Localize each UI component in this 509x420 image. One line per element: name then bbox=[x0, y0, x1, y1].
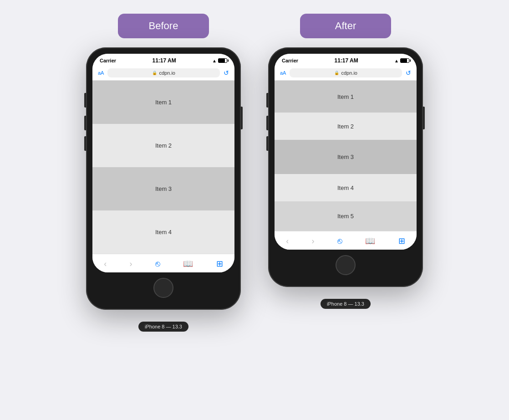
before-url-field[interactable]: 🔒 cdpn.io bbox=[107, 68, 220, 77]
after-status-right: ▲ bbox=[394, 58, 409, 63]
after-lock-icon: 🔒 bbox=[334, 71, 339, 75]
after-item-2: Item 2 bbox=[275, 113, 417, 140]
after-forward-button[interactable]: › bbox=[312, 236, 315, 246]
after-url: cdpn.io bbox=[341, 70, 357, 76]
after-bookmarks-button[interactable]: 📖 bbox=[365, 236, 375, 246]
before-bookmarks-button[interactable]: 📖 bbox=[183, 259, 193, 269]
vol-down-button bbox=[84, 136, 86, 151]
after-column: After Carrier 11:17 AM ▲ bbox=[268, 14, 423, 309]
after-back-button[interactable]: ‹ bbox=[286, 236, 289, 246]
after-home-button-area bbox=[275, 250, 417, 281]
before-item-2: Item 2 bbox=[92, 124, 234, 167]
before-home-button[interactable] bbox=[153, 278, 173, 298]
before-item-4: Item 4 bbox=[92, 210, 234, 254]
after-vol-up-button bbox=[266, 116, 268, 130]
after-content-area: Item 1 Item 2 Item 3 Item 4 Item 5 bbox=[275, 81, 417, 231]
after-iphone-frame: Carrier 11:17 AM ▲ aA 🔒 cdpn.io bbox=[268, 47, 423, 287]
after-tabs-button[interactable]: ⊞ bbox=[398, 236, 405, 246]
before-item-3: Item 3 bbox=[92, 167, 234, 210]
before-iphone-frame: Carrier 11:17 AM ▲ aA 🔒 cdpn.io bbox=[86, 47, 241, 310]
before-screen: Carrier 11:17 AM ▲ aA 🔒 cdpn.io bbox=[92, 54, 234, 272]
before-status-right: ▲ bbox=[212, 58, 227, 63]
after-share-button[interactable]: ⎋ bbox=[337, 236, 342, 246]
after-screen: Carrier 11:17 AM ▲ aA 🔒 cdpn.io bbox=[275, 54, 417, 250]
after-vol-down-button bbox=[266, 136, 268, 151]
before-carrier: Carrier bbox=[100, 58, 116, 63]
page-container: Before Carrier 11:17 AM ▲ bbox=[86, 9, 423, 332]
after-reload-button[interactable]: ↺ bbox=[406, 69, 411, 77]
before-column: Before Carrier 11:17 AM ▲ bbox=[86, 14, 241, 332]
before-content-area: Item 1 Item 2 Item 3 Item 4 bbox=[92, 81, 234, 254]
before-reload-button[interactable]: ↺ bbox=[224, 69, 229, 77]
before-tabs-button[interactable]: ⊞ bbox=[216, 259, 223, 269]
before-address-bar[interactable]: aA 🔒 cdpn.io ↺ bbox=[92, 66, 234, 81]
after-item-4: Item 4 bbox=[275, 174, 417, 201]
after-battery-icon bbox=[400, 58, 409, 63]
after-status-bar: Carrier 11:17 AM ▲ bbox=[275, 54, 417, 66]
wifi-icon: ▲ bbox=[212, 58, 217, 63]
after-url-field[interactable]: 🔒 cdpn.io bbox=[290, 68, 402, 77]
before-bottom-nav: ‹ › ⎋ 📖 ⊞ bbox=[92, 254, 234, 272]
before-back-button[interactable]: ‹ bbox=[104, 259, 107, 269]
after-iphone-inner: Carrier 11:17 AM ▲ aA 🔒 cdpn.io bbox=[275, 54, 417, 250]
after-wifi-icon: ▲ bbox=[394, 58, 399, 63]
before-status-bar: Carrier 11:17 AM ▲ bbox=[92, 54, 234, 66]
after-home-button[interactable] bbox=[336, 255, 356, 275]
before-device-label: iPhone 8 — 13.3 bbox=[138, 322, 188, 332]
after-label: After bbox=[300, 14, 391, 38]
before-forward-button[interactable]: › bbox=[130, 259, 132, 269]
before-aa-text[interactable]: aA bbox=[98, 70, 104, 76]
before-label: Before bbox=[118, 14, 209, 38]
before-iphone-inner: Carrier 11:17 AM ▲ aA 🔒 cdpn.io bbox=[92, 54, 234, 272]
after-device-label: iPhone 8 — 13.3 bbox=[321, 299, 371, 309]
after-item-5: Item 5 bbox=[275, 201, 417, 231]
before-home-button-area bbox=[92, 272, 234, 303]
after-item-3: Item 3 bbox=[275, 140, 417, 174]
before-share-button[interactable]: ⎋ bbox=[155, 259, 160, 269]
after-time: 11:17 AM bbox=[334, 57, 358, 64]
before-url: cdpn.io bbox=[159, 70, 175, 76]
before-item-1: Item 1 bbox=[92, 81, 234, 124]
vol-up-button bbox=[84, 116, 86, 130]
battery-icon bbox=[218, 58, 227, 63]
after-address-bar[interactable]: aA 🔒 cdpn.io ↺ bbox=[275, 66, 417, 81]
after-carrier: Carrier bbox=[282, 58, 298, 63]
lock-icon: 🔒 bbox=[152, 71, 157, 75]
after-item-1: Item 1 bbox=[275, 81, 417, 113]
after-aa-text[interactable]: aA bbox=[280, 70, 286, 76]
after-bottom-nav: ‹ › ⎋ 📖 ⊞ bbox=[275, 231, 417, 250]
before-time: 11:17 AM bbox=[152, 57, 176, 64]
